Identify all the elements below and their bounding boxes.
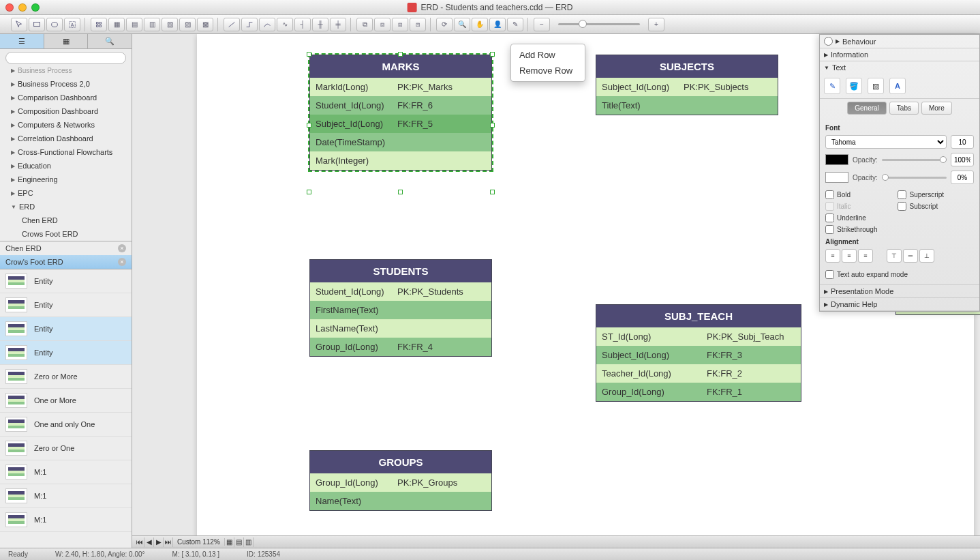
tree-item[interactable]: ▶Composition Dashboard [0,104,132,118]
hand-tool[interactable]: ✋ [472,18,488,31]
fill-opacity-input[interactable] [951,153,974,166]
chain-tool-3[interactable]: ⧇ [392,18,408,31]
line-tool-2[interactable] [241,18,258,31]
ellipse-tool[interactable] [46,18,63,31]
table-row[interactable]: LastName(Text) [310,319,491,338]
strike-checkbox[interactable] [825,225,834,234]
align-center[interactable]: ≡ [842,249,857,263]
section-presentation[interactable]: ▶Presentation Mode [820,285,979,297]
tree-item[interactable]: ▶Business Process [0,67,132,77]
stencil-item[interactable]: Zero or More [0,365,132,389]
selection-handle[interactable] [398,190,403,194]
stencil-item[interactable]: M:1 [0,484,132,508]
chain-tool-2[interactable]: ⧈ [374,18,391,31]
zoom-readout[interactable]: Custom 112% [173,538,225,546]
sidebar-tab-search-icon[interactable]: 🔍 [88,34,132,48]
open-tab-crows[interactable]: Crow's Foot ERD× [0,255,132,269]
table-row[interactable]: Student_Id(Long)PK:PK_Students [310,282,491,301]
zoom-window[interactable] [31,3,40,12]
conn-tool-2[interactable]: ╫ [312,18,328,31]
tree-tool-6[interactable]: ▨ [179,18,196,31]
open-tab-chen[interactable]: Chen ERD× [0,241,132,255]
section-information[interactable]: ▶Information [820,48,979,61]
line-opacity-input[interactable] [951,171,974,184]
menu-remove-row[interactable]: Remove Row [511,63,585,78]
table-students[interactable]: STUDENTS Student_Id(Long)PK:PK_StudentsF… [309,259,492,357]
section-behaviour[interactable]: ▶Behaviour [820,35,979,48]
stencil-item[interactable]: One and only One [0,413,132,437]
chain-tool-4[interactable]: ⧆ [410,18,426,31]
nav-first[interactable]: ⏮ [135,537,144,547]
tree-tool-3[interactable]: ▤ [126,18,142,31]
tab-more[interactable]: More [921,102,952,115]
curve-tool-2[interactable]: ∿ [277,18,293,31]
font-family-select[interactable]: Tahoma [825,135,947,149]
fill-icon[interactable]: 🪣 [846,78,862,94]
nav-prev[interactable]: ◀ [144,537,154,547]
stencil-item[interactable]: Entity [0,341,132,365]
table-groups[interactable]: GROUPS Group_Id(Long)PK:PK_GroupsName(Te… [309,450,492,511]
line-opacity-slider[interactable] [882,177,947,179]
section-radio[interactable] [824,37,833,46]
selection-handle[interactable] [490,190,495,194]
tree-item-erd[interactable]: ▼ERD [0,200,132,213]
selection-handle[interactable] [490,52,495,57]
font-icon[interactable]: A [889,78,906,94]
align-right[interactable]: ≡ [858,249,873,263]
zoom-slider[interactable] [551,18,647,31]
tree-item[interactable]: ▶Business Process 2,0 [0,77,132,91]
refresh-tool[interactable]: ⟳ [436,18,453,31]
stencil-item[interactable]: M:1 [0,508,132,532]
table-row[interactable]: Mark(Integer) [310,151,491,170]
tree-item[interactable]: ▶Engineering [0,173,132,186]
zoom-tool[interactable]: 🔍 [454,18,470,31]
bold-checkbox[interactable] [825,190,834,199]
tree-item[interactable]: ▶Comparison Dashboard [0,91,132,104]
tree-item[interactable]: ▶EPC [0,186,132,200]
rect-tool[interactable] [29,18,45,31]
table-row[interactable]: Title(Text) [596,96,778,115]
sidebar-tab-grid-icon[interactable]: ▦ [44,34,89,48]
tree-tool-5[interactable]: ▧ [162,18,178,31]
curve-tool-1[interactable] [259,18,275,31]
table-row[interactable]: Subject_Id(Long)PK:PK_Subjects [596,78,778,96]
nav-last[interactable]: ⏭ [164,537,173,547]
search-input[interactable] [5,52,126,64]
zoom-in[interactable]: + [648,18,664,31]
table-row[interactable]: Group_Id(Long)PK:PK_Groups [310,473,491,492]
tree-item[interactable]: ▶Correlation Dashboard [0,132,132,145]
conn-tool-1[interactable]: ┤ [294,18,311,31]
zoom-out[interactable]: − [534,18,550,31]
stencil-item[interactable]: M:1 [0,460,132,484]
shadow-icon[interactable]: ▨ [868,78,884,94]
table-row[interactable]: ST_Id(Long)PK:PK_Subj_Teach [596,327,801,346]
auto-expand-checkbox[interactable] [825,270,834,279]
table-row[interactable]: Group_Id(Long)FK:FR_4 [310,338,491,356]
selection-handle[interactable] [307,123,311,128]
tree-item[interactable]: ▶Education [0,159,132,173]
menu-add-row[interactable]: Add Row [511,47,585,63]
tree-tool-7[interactable]: ▩ [197,18,213,31]
tree-tool-1[interactable] [91,18,107,31]
stencil-item[interactable]: Zero or One [0,437,132,460]
stencil-item[interactable]: One or More [0,389,132,413]
sub-checkbox[interactable] [898,202,906,211]
user-tool[interactable]: 👤 [489,18,506,31]
table-marks[interactable]: MARKS MarkId(Long)PK:PK_MarksStudent_Id(… [309,55,492,171]
pen-icon[interactable]: ✎ [824,78,840,94]
nav-next[interactable]: ▶ [154,537,164,547]
close-window[interactable] [5,3,14,12]
sidebar-tab-tree-icon[interactable]: ☰ [0,34,44,48]
table-row[interactable]: Name(Text) [310,492,491,510]
stencil-item[interactable]: Entity [0,269,132,293]
table-subjects[interactable]: SUBJECTS Subject_Id(Long)PK:PK_SubjectsT… [596,55,778,115]
conn-tool-3[interactable]: ╪ [330,18,346,31]
stencil-item[interactable]: Entity [0,317,132,341]
table-row[interactable]: FirstName(Text) [310,301,491,319]
table-row[interactable]: Student_Id(Long)FK:FR_6 [310,96,491,115]
selection-handle[interactable] [398,52,403,57]
super-checkbox[interactable] [898,190,906,199]
tree-item-chen[interactable]: Chen ERD [0,213,132,227]
minimize-window[interactable] [18,3,27,12]
text-tool[interactable]: A [64,18,80,31]
